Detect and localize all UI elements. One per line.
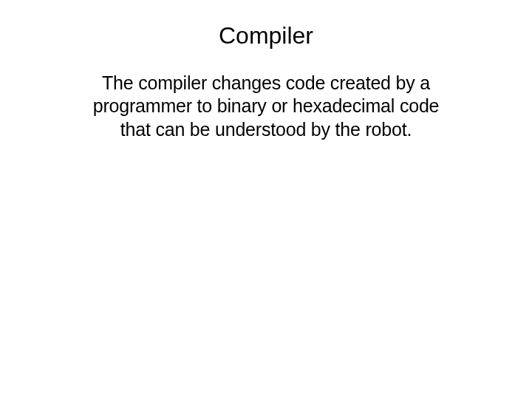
slide-title: Compiler <box>0 22 532 50</box>
slide-body-text: The compiler changes code created by a p… <box>89 72 443 141</box>
slide-container: Compiler The compiler changes code creat… <box>0 0 532 399</box>
